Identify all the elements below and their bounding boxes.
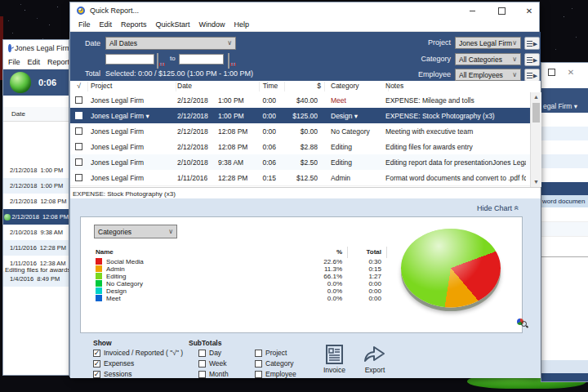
chart-controls-panel: Hide Chart « Categories∨ Name % Total So…: [70, 198, 541, 378]
menu-file[interactable]: File: [78, 20, 91, 29]
subtotal-option-category[interactable]: Category: [255, 359, 294, 368]
menu-quickstart[interactable]: QuickStart: [156, 20, 190, 29]
maximize-button[interactable]: [495, 5, 508, 16]
right-window-selected-band: [541, 182, 588, 195]
list-item[interactable]: 2/12/20181:00 PM: [3, 178, 69, 194]
col-time[interactable]: Time: [256, 82, 285, 91]
checkbox[interactable]: [198, 360, 206, 368]
left-window-titlebar[interactable]: Jones Legal Firm ..: [3, 40, 69, 56]
row-checkbox[interactable]: [75, 127, 82, 135]
chevron-down-icon: ∨: [512, 56, 517, 63]
dialog-menubar: File Edit Reports QuickStart Window Help: [70, 19, 539, 32]
subtotal-option-employee[interactable]: Employee: [255, 370, 296, 378]
table-row-selected[interactable]: Jones Legal Firm ▾ 2/12/2018 1:00 PM 0:0…: [70, 108, 530, 124]
background-window-right[interactable]: ✕ egal Firm ▾ word documen: [541, 62, 588, 382]
export-button[interactable]: Export: [363, 344, 387, 374]
quick-report-dialog: Quick Report... ✕ File Edit Reports Quic…: [69, 2, 540, 377]
row-checkbox[interactable]: [75, 112, 82, 119]
menu-help[interactable]: Help: [234, 20, 250, 29]
scroll-down-icon[interactable]: ▼: [531, 177, 541, 187]
project-select[interactable]: Jones Legal Firm∨: [455, 37, 521, 49]
menu-edit[interactable]: Edit: [100, 20, 113, 29]
invoice-button[interactable]: Invoice: [323, 344, 345, 374]
right-window-header-band: egal Firm ▾: [541, 88, 588, 113]
checkbox[interactable]: [255, 371, 262, 378]
menu-reports[interactable]: Reports: [121, 20, 147, 29]
right-window-titlebar[interactable]: ✕: [541, 63, 588, 81]
checkbox[interactable]: [255, 350, 262, 357]
right-window-note-band: word documen: [541, 195, 588, 207]
background-window-left[interactable]: Jones Legal Firm .. File Edit Reports 0:…: [2, 39, 69, 376]
table-row[interactable]: Jones Legal Firm 2/12/2018 12:08 PM 0:06…: [70, 139, 530, 155]
list-arrow-icon: [527, 57, 532, 63]
table-row[interactable]: Jones Legal Firm 1/11/2016 12:28 PM 0:15…: [70, 170, 530, 186]
project-list-button[interactable]: ▶: [524, 37, 540, 50]
show-option-sessions[interactable]: Sessions: [93, 370, 132, 378]
col-date[interactable]: Date: [174, 82, 260, 91]
calendar-from-button[interactable]: [157, 53, 158, 69]
col-notes[interactable]: Notes: [383, 82, 524, 90]
list-item-selected[interactable]: 2/12/201812:08 PM: [3, 209, 69, 225]
scroll-up-icon[interactable]: ▲: [531, 92, 541, 102]
table-scrollbar[interactable]: ▲ ▼: [530, 92, 541, 187]
row-checkbox[interactable]: [75, 158, 82, 166]
table-row[interactable]: Jones Legal Firm 2/12/2018 12:08 PM 0:00…: [70, 123, 530, 140]
legend-header-total: Total: [350, 248, 381, 256]
show-option-invoiced[interactable]: Invoiced / Reported ( "√" ): [93, 349, 183, 357]
checkbox[interactable]: [93, 360, 100, 368]
col-project[interactable]: Project: [88, 82, 176, 91]
date-from-input[interactable]: [105, 54, 154, 65]
pie-chart[interactable]: [401, 229, 501, 307]
checkbox[interactable]: [93, 371, 100, 378]
row-checkbox[interactable]: [75, 143, 82, 150]
show-option-expenses[interactable]: Expenses: [93, 359, 134, 368]
close-button[interactable]: ✕: [523, 5, 536, 16]
chart-inner-panel: Categories∨ Name % Total Social Media22.…: [80, 216, 523, 333]
chart-groupby-select[interactable]: Categories∨: [94, 225, 177, 238]
close-icon[interactable]: ✕: [564, 66, 577, 78]
category-list-button[interactable]: ▶: [524, 53, 540, 66]
subtotal-option-week[interactable]: Week: [198, 359, 227, 368]
calendar-to-button[interactable]: [228, 53, 229, 69]
category-select[interactable]: All Categories∨: [455, 53, 521, 65]
list-item[interactable]: 2/12/201812:08 PM: [3, 194, 69, 209]
table-row[interactable]: Jones Legal Firm 2/10/2018 9:38 AM 0:06 …: [70, 154, 530, 171]
minimize-button[interactable]: [466, 5, 479, 16]
table-row[interactable]: Jones Legal Firm 2/12/2018 1:00 PM 0:00 …: [70, 92, 530, 109]
hide-chart-toggle[interactable]: Hide Chart «: [477, 203, 519, 212]
scrollbar-thumb[interactable]: [532, 103, 540, 122]
left-menu-file[interactable]: File: [8, 58, 20, 66]
employee-list-button[interactable]: ▶: [524, 69, 540, 82]
row-checkbox[interactable]: [75, 96, 82, 104]
legend-separator: [347, 247, 348, 258]
list-item[interactable]: 2/12/20181:00 PM: [3, 163, 69, 178]
maximize-icon[interactable]: [545, 66, 558, 78]
left-date-header[interactable]: Date: [3, 107, 69, 122]
menu-window[interactable]: Window: [199, 20, 225, 29]
left-menu-reports[interactable]: Reports: [47, 58, 69, 66]
legend-header-pct: %: [301, 248, 342, 256]
col-category[interactable]: Category: [325, 82, 389, 91]
checkbox[interactable]: [93, 350, 100, 357]
employee-select[interactable]: All Employees∨: [455, 69, 521, 81]
checkbox[interactable]: [198, 350, 206, 357]
chart-zoom-button[interactable]: [517, 318, 527, 327]
list-item[interactable]: 2/10/20189:38 AM: [3, 225, 69, 240]
row-checkbox[interactable]: [75, 174, 82, 181]
col-amount[interactable]: $: [285, 82, 325, 91]
dialog-title: Quick Report...: [90, 7, 139, 15]
dialog-titlebar[interactable]: Quick Report... ✕: [70, 2, 539, 19]
list-item[interactable]: 1/11/201612:28 PM: [3, 240, 69, 256]
list-arrow-icon: [527, 41, 532, 47]
date-to-input[interactable]: [179, 54, 224, 65]
globe-icon[interactable]: [10, 72, 31, 93]
date-range-select[interactable]: All Dates∨: [105, 37, 236, 50]
subtotal-option-day[interactable]: Day: [198, 349, 221, 357]
checkbox[interactable]: [198, 371, 206, 378]
subtotal-option-month[interactable]: Month: [198, 370, 229, 378]
checkbox[interactable]: [255, 360, 262, 368]
legend-swatch: [96, 287, 102, 294]
left-menu-edit[interactable]: Edit: [28, 58, 41, 66]
col-checked[interactable]: √: [70, 82, 88, 91]
subtotal-option-project[interactable]: Project: [255, 349, 287, 357]
